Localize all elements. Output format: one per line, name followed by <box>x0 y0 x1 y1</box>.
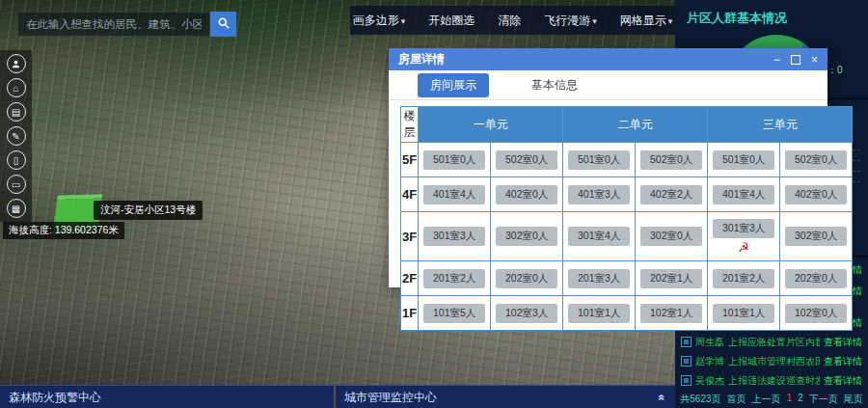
room-button[interactable]: 502室0人 <box>496 150 557 170</box>
report-row: 周生磊 上报应急处置片区内群众举... 查看详情 <box>675 333 868 352</box>
chevron-down-icon: ▾ <box>592 16 597 26</box>
tab-room-display[interactable]: 房间展示 <box>418 73 489 97</box>
page-next[interactable]: 下一页 <box>809 393 838 406</box>
grid-icon[interactable]: ▦ <box>7 199 26 218</box>
floor-label: 1F <box>401 296 419 331</box>
room-button[interactable]: 301室3人 <box>423 227 485 246</box>
report-row: 赵学博 上报城市管理村西农田边上... 查看详情 <box>675 352 868 371</box>
house-table: 楼层 一单元 二单元 三单元 5F 501室0人 502室0人 501室0人 5… <box>400 106 853 331</box>
forest-fire-center-label: 森林防火预警中心 <box>9 391 101 404</box>
room-button[interactable]: 402室2人 <box>640 185 702 204</box>
menu-start-select[interactable]: 开始圈选 <box>428 13 475 29</box>
table-row-1f: 1F 101室5人 102室3人 101室1人 102室1人 101室1人 10… <box>401 296 853 331</box>
report-icon <box>681 356 692 367</box>
person-icon[interactable] <box>7 54 26 73</box>
house-details-dialog: 房屋详情 − × 房间展示 基本信息 楼层 一单元 二单元 三单元 5F <box>389 48 827 287</box>
room-button[interactable]: 201室2人 <box>713 269 774 288</box>
room-button[interactable]: 102室1人 <box>640 304 702 323</box>
room-button[interactable]: 401室4人 <box>423 185 485 204</box>
room-button[interactable]: 401室3人 <box>568 185 630 204</box>
party-member-icon: ☭ <box>713 241 774 254</box>
room-button[interactable]: 502室0人 <box>785 150 847 170</box>
dialog-titlebar[interactable]: 房屋详情 − × <box>389 48 827 70</box>
unit1-header: 一单元 <box>419 107 563 143</box>
floor-label: 3F <box>401 212 419 261</box>
view-details-link[interactable]: 查看详情 <box>824 374 862 388</box>
room-button[interactable]: 102室3人 <box>496 304 557 323</box>
room-button[interactable]: 401室4人 <box>713 185 774 204</box>
room-button[interactable]: 201室3人 <box>568 269 630 288</box>
city-monitor-center-bar[interactable]: 城市管理监控中心 « <box>336 385 675 408</box>
room-button[interactable]: 501室0人 <box>568 150 630 170</box>
reporter-name: 吴俊杰 <box>695 374 724 388</box>
menu-clear[interactable]: 清除 <box>498 13 521 29</box>
report-text: 上报应急处置片区内群众举... <box>728 336 820 349</box>
room-button[interactable]: 101室1人 <box>713 304 774 323</box>
table-row-5f: 5F 501室0人 502室0人 501室0人 502室0人 501室0人 50… <box>401 143 853 177</box>
room-button[interactable]: 501室0人 <box>423 150 485 170</box>
room-button[interactable]: 301室3人 <box>713 219 774 238</box>
reporter-name: 赵学博 <box>695 355 724 368</box>
room-button[interactable]: 302室0人 <box>496 227 557 246</box>
smart-city-app: 汶河-安居小区13号楼 海拔高度: 139.602376米 画多边形▾ 开始圈选… <box>0 0 868 408</box>
room-button[interactable]: 502室0人 <box>640 150 702 170</box>
menu-draw-polygon[interactable]: 画多边形▾ <box>353 13 406 29</box>
room-button[interactable]: 202室1人 <box>640 269 702 288</box>
table-row-2f: 2F 201室2人 202室0人 201室3人 202室1人 201室2人 20… <box>401 261 853 296</box>
floor-column-header: 楼层 <box>401 107 419 143</box>
search-input[interactable] <box>17 12 210 37</box>
home-icon[interactable]: ⌂ <box>7 78 26 97</box>
page-prev[interactable]: 上一页 <box>752 393 781 406</box>
close-icon[interactable]: × <box>811 54 818 66</box>
pen-icon[interactable]: ✎ <box>7 126 26 146</box>
room-button[interactable]: 101室5人 <box>423 304 485 323</box>
search-bar <box>17 12 236 37</box>
document-icon[interactable]: ▤ <box>7 102 26 122</box>
monitor-icon[interactable]: ▭ <box>7 175 26 194</box>
view-details-link[interactable]: 查看详情 <box>824 336 862 349</box>
room-button[interactable]: 302室0人 <box>785 227 847 246</box>
room-button[interactable]: 102室0人 <box>785 304 847 323</box>
forest-fire-center-bar[interactable]: 森林防火预警中心 <box>0 385 334 408</box>
table-row-3f: 3F 301室3人 302室0人 301室4人 302室0人 301室3人 ☭ … <box>401 212 853 261</box>
room-button[interactable]: 201室2人 <box>423 269 485 288</box>
room-button[interactable]: 101室1人 <box>568 304 630 323</box>
chevron-down-icon: ▾ <box>668 16 673 26</box>
tab-basic-info[interactable]: 基本信息 <box>531 77 578 94</box>
map-tools-sidebar: ⌂ ▤ ✎ ▯ ▭ ▦ <box>0 50 32 222</box>
page-total: 共5623页 <box>680 393 720 406</box>
map-toolbar: 画多边形▾ 开始圈选 清除 飞行漫游▾ 网格显示▾ <box>350 6 675 35</box>
report-icon <box>681 337 692 347</box>
unit2-header: 二单元 <box>563 107 708 143</box>
file-icon[interactable]: ▯ <box>7 150 26 170</box>
pie-legend-fragment: ：0 <box>827 64 843 77</box>
room-button[interactable]: 301室4人 <box>568 227 630 246</box>
page-last[interactable]: 尾页 <box>844 393 863 406</box>
room-button[interactable]: 302室0人 <box>640 227 702 246</box>
menu-grid-display[interactable]: 网格显示▾ <box>620 13 673 29</box>
page-2[interactable]: 2 <box>798 393 803 406</box>
page-1[interactable]: 1 <box>787 393 793 406</box>
floor-label: 4F <box>401 177 419 212</box>
building-label[interactable]: 汶河-安居小区13号楼 <box>94 201 203 220</box>
room-button[interactable]: 501室0人 <box>713 150 774 170</box>
room-button[interactable]: 202室0人 <box>496 269 557 288</box>
dialog-title: 房屋详情 <box>398 51 445 68</box>
room-button[interactable]: 402室0人 <box>785 185 847 204</box>
search-icon <box>217 16 231 33</box>
room-button[interactable]: 202室0人 <box>785 269 847 288</box>
unit3-header: 三单元 <box>708 107 853 143</box>
menu-fly-roam[interactable]: 飞行漫游▾ <box>544 13 597 29</box>
collapse-bar-icon[interactable]: « <box>659 386 665 408</box>
floor-label: 5F <box>401 143 419 177</box>
report-row: 吴俊杰 上报违法建设巡查时发现有... 查看详情 <box>675 371 868 391</box>
report-text: 上报城市管理村西农田边上... <box>728 355 820 368</box>
room-button[interactable]: 402室0人 <box>496 185 557 204</box>
page-first[interactable]: 首页 <box>727 393 746 406</box>
report-icon <box>681 375 692 386</box>
expand-icon[interactable] <box>791 55 800 65</box>
search-button[interactable] <box>210 12 236 37</box>
minimize-icon[interactable]: − <box>773 54 780 66</box>
view-details-link[interactable]: 查看详情 <box>824 355 862 368</box>
chevron-down-icon: ▾ <box>401 16 406 26</box>
